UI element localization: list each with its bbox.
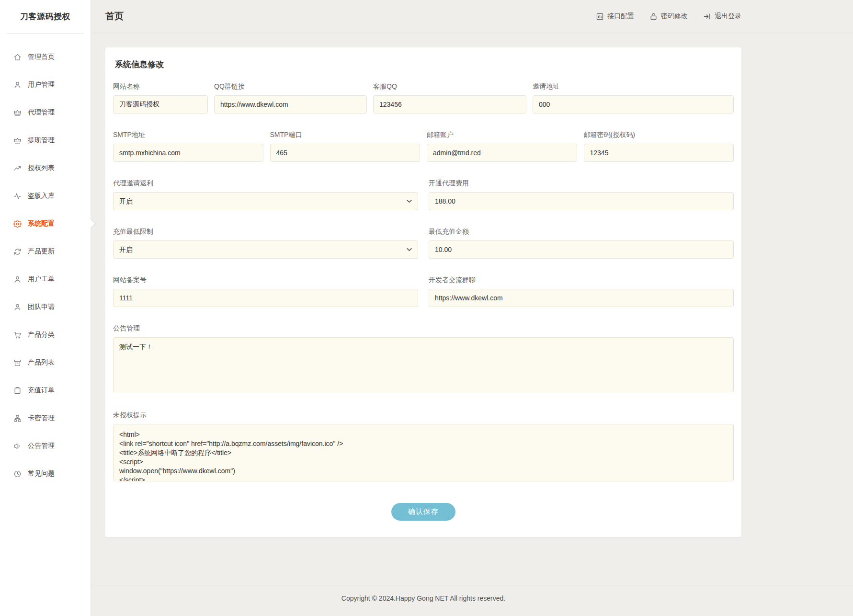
sidebar-item-announcements[interactable]: 公告管理 [0, 432, 91, 460]
sidebar-item-product-categories[interactable]: 产品分类 [0, 321, 91, 349]
sidebar-item-card-keys[interactable]: 卡密管理 [0, 404, 91, 432]
field-service-qq: 客服QQ [373, 82, 526, 114]
icp-number-label: 网站备案号 [113, 276, 418, 285]
invite-address-input[interactable] [533, 95, 734, 114]
sidebar: 刀客源码授权 管理首页 用户管理 代理管理 [0, 0, 91, 616]
sidebar-item-label: 产品分类 [28, 331, 55, 339]
sidebar-item-label: 公告管理 [28, 442, 55, 450]
email-account-input[interactable] [427, 144, 577, 162]
sidebar-item-product-list[interactable]: 产品列表 [0, 349, 91, 376]
field-smtp-port: SMTP端口 [270, 131, 421, 162]
announcement-textarea[interactable]: 测试一下！ [113, 337, 734, 392]
field-recharge-limit: 充值最低限制 开启 [113, 228, 418, 259]
field-unauthorized: 未授权提示 <html> <link rel="shortcut icon" h… [113, 411, 734, 483]
sidebar-item-team-applications[interactable]: 团队申请 [0, 293, 91, 321]
sidebar-item-product-updates[interactable]: 产品更新 [0, 238, 91, 265]
topbar-actions: 接口配置 密码修改 退出登录 [596, 12, 741, 21]
sidebar-item-label: 用户工单 [28, 275, 55, 284]
user-icon [13, 303, 22, 311]
smtp-port-input[interactable] [270, 144, 421, 162]
recharge-limit-label: 充值最低限制 [113, 228, 418, 236]
service-qq-label: 客服QQ [373, 82, 526, 91]
min-recharge-input[interactable] [429, 240, 734, 259]
user-icon [13, 81, 22, 89]
field-agent-rebate: 代理邀请返利 开启 [113, 179, 418, 210]
qq-group-link-input[interactable] [214, 95, 367, 114]
system-info-card: 系统信息修改 网站名称 QQ群链接 客服QQ [105, 47, 741, 537]
smtp-host-input[interactable] [113, 144, 263, 162]
sidebar-item-label: 产品更新 [28, 247, 55, 256]
api-config-icon [596, 12, 604, 21]
sidebar-item-label: 产品列表 [28, 358, 55, 367]
agent-fee-input[interactable] [429, 192, 734, 210]
form-row-announcement: 公告管理 测试一下！ [113, 324, 734, 394]
clipboard-icon [13, 387, 22, 395]
sidebar-item-system-config[interactable]: 系统配置 [0, 210, 91, 238]
announcement-label: 公告管理 [113, 324, 734, 333]
sidebar-item-label: 盗版入库 [28, 192, 55, 200]
email-password-label: 邮箱密码(授权码) [584, 131, 734, 139]
sidebar-item-licenses[interactable]: 授权列表 [0, 154, 91, 182]
sidebar-item-faq[interactable]: 常见问题 [0, 460, 91, 488]
min-recharge-label: 最低充值金额 [429, 228, 734, 236]
change-password-button[interactable]: 密码修改 [649, 12, 688, 21]
dev-group-label: 开发者交流群聊 [429, 276, 734, 285]
clock-icon [13, 470, 22, 478]
sitemap-icon [13, 414, 22, 422]
logout-icon [703, 12, 711, 21]
field-announcement: 公告管理 测试一下！ [113, 324, 734, 394]
smtp-host-label: SMTP地址 [113, 131, 263, 139]
copyright: Copyright © 2024.Happy Gong NET All righ… [105, 585, 741, 616]
main-area: 首页 接口配置 密码修改 [91, 0, 853, 616]
sidebar-item-withdrawals[interactable]: 提现管理 [0, 126, 91, 154]
sidebar-item-users[interactable]: 用户管理 [0, 71, 91, 99]
card-title: 系统信息修改 [115, 59, 734, 70]
sidebar-item-label: 团队申请 [28, 303, 55, 311]
site-name-label: 网站名称 [113, 82, 208, 91]
submit-row: 确认保存 [113, 503, 734, 521]
icp-number-input[interactable] [113, 289, 418, 307]
lock-icon [649, 12, 658, 21]
recharge-limit-select[interactable]: 开启 [113, 240, 418, 259]
field-agent-fee: 开通代理费用 [429, 179, 734, 210]
save-button[interactable]: 确认保存 [391, 503, 455, 521]
sidebar-item-agents[interactable]: 代理管理 [0, 99, 91, 126]
field-min-recharge: 最低充值金额 [429, 228, 734, 259]
app-logo: 刀客源码授权 [0, 0, 91, 33]
recharge-limit-select-wrap: 开启 [113, 240, 418, 259]
form-row-5: 网站备案号 开发者交流群聊 [113, 276, 734, 307]
field-qq-group-link: QQ群链接 [214, 82, 367, 114]
field-dev-group: 开发者交流群聊 [429, 276, 734, 307]
service-qq-input[interactable] [373, 95, 526, 114]
sidebar-item-user-tickets[interactable]: 用户工单 [0, 265, 91, 293]
sidebar-item-label: 代理管理 [28, 108, 55, 117]
app-root: 刀客源码授权 管理首页 用户管理 代理管理 [0, 0, 853, 616]
logout-label: 退出登录 [715, 12, 741, 21]
footer: Copyright © 2024.Happy Gong NET All righ… [91, 585, 853, 616]
field-invite-address: 邀请地址 [533, 82, 734, 114]
unauthorized-html-textarea[interactable]: <html> <link rel="shortcut icon" href="h… [113, 424, 734, 481]
sidebar-item-label: 常见问题 [28, 469, 55, 478]
sidebar-item-dashboard[interactable]: 管理首页 [0, 43, 91, 71]
logout-button[interactable]: 退出登录 [703, 12, 741, 21]
field-email-password: 邮箱密码(授权码) [584, 131, 734, 162]
sidebar-item-recharge-orders[interactable]: 充值订单 [0, 376, 91, 404]
trend-chart-icon [13, 164, 22, 172]
api-config-button[interactable]: 接口配置 [596, 12, 634, 21]
field-email-account: 邮箱账户 [427, 131, 577, 162]
page-title: 首页 [105, 10, 124, 23]
agent-rebate-select-wrap: 开启 [113, 192, 418, 210]
email-password-input[interactable] [584, 144, 734, 162]
activity-icon [13, 192, 22, 200]
sidebar-item-piracy[interactable]: 盗版入库 [0, 182, 91, 210]
change-password-label: 密码修改 [661, 12, 688, 21]
box-icon [13, 359, 22, 367]
site-name-input[interactable] [113, 95, 208, 114]
dev-group-input[interactable] [429, 289, 734, 307]
sidebar-item-label: 系统配置 [28, 219, 55, 228]
form-row-4: 充值最低限制 开启 最低充值金额 [113, 228, 734, 259]
sidebar-item-label: 用户管理 [28, 80, 55, 89]
agent-rebate-select[interactable]: 开启 [113, 192, 418, 210]
api-config-label: 接口配置 [607, 12, 634, 21]
sidebar-item-label: 卡密管理 [28, 414, 55, 422]
